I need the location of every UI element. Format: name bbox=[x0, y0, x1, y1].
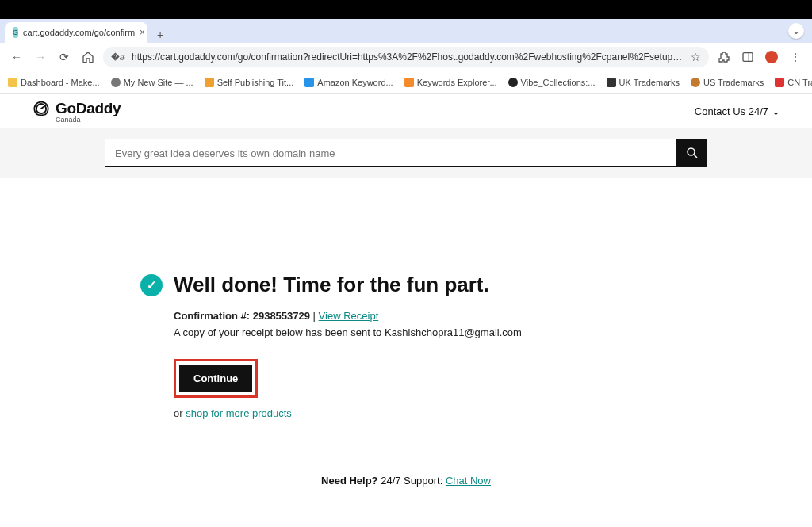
bookmark-item[interactable]: UK Trademarks bbox=[607, 78, 680, 87]
bookmark-item[interactable]: Self Publishing Tit... bbox=[205, 78, 294, 87]
close-icon[interactable]: × bbox=[140, 27, 145, 38]
chat-now-link[interactable]: Chat Now bbox=[446, 475, 491, 487]
tab-favicon: G bbox=[13, 27, 18, 38]
tabs-menu-button[interactable]: ⌄ bbox=[788, 23, 804, 39]
view-receipt-link[interactable]: View Receipt bbox=[319, 310, 379, 322]
receipt-sent-row: A copy of your receipt below has been se… bbox=[174, 327, 672, 338]
extensions-button[interactable] bbox=[715, 48, 733, 66]
confirmation-number-row: Confirmation #: 2938553729 | View Receip… bbox=[174, 310, 672, 322]
svg-point-2 bbox=[688, 148, 695, 155]
tab-title: cart.godaddy.com/go/confirm bbox=[23, 28, 135, 37]
domain-search-section: Every great idea deserves its own domain… bbox=[0, 128, 812, 178]
url-text: https://cart.godaddy.com/go/confirmation… bbox=[132, 52, 684, 63]
bookmark-item[interactable]: Amazon Keyword... bbox=[304, 78, 393, 87]
godaddy-mark-icon bbox=[32, 99, 51, 118]
chevron-down-icon: ⌄ bbox=[772, 105, 780, 117]
shop-more-link[interactable]: shop for more products bbox=[186, 407, 292, 419]
search-button[interactable] bbox=[677, 139, 707, 167]
search-icon bbox=[685, 146, 699, 160]
contact-us-link[interactable]: Contact Us 24/7 ⌄ bbox=[695, 105, 780, 117]
forward-button[interactable]: → bbox=[32, 48, 49, 66]
continue-highlight-box: Continue bbox=[174, 359, 258, 398]
bookmark-item[interactable]: US Trademarks bbox=[691, 78, 764, 87]
os-top-bar bbox=[0, 0, 812, 19]
brand-name: GoDaddy bbox=[56, 100, 121, 117]
bookmark-star-icon[interactable]: ☆ bbox=[691, 51, 701, 63]
bookmark-item[interactable]: Vibe_Collections:... bbox=[508, 78, 596, 87]
site-header: GoDaddy Canada Contact Us 24/7 ⌄ bbox=[0, 94, 812, 128]
need-help-row: Need Help? 24/7 Support: Chat Now bbox=[321, 475, 491, 487]
confirmation-headline: Well done! Time for the fun part. bbox=[174, 273, 489, 297]
url-bar[interactable]: �ச https://cart.godaddy.com/go/confirmat… bbox=[103, 47, 709, 67]
domain-search-input[interactable]: Every great idea deserves its own domain… bbox=[105, 139, 677, 167]
or-shop-row: or shop for more products bbox=[174, 407, 672, 419]
site-controls-icon[interactable]: �ச bbox=[111, 52, 125, 63]
browser-tab-strip: G cart.godaddy.com/go/confirm × + ⌄ bbox=[0, 19, 812, 43]
brand-logo[interactable]: GoDaddy bbox=[32, 99, 121, 118]
bookmark-item[interactable]: CN Trademarks bbox=[775, 78, 812, 87]
kebab-menu-icon[interactable]: ⋮ bbox=[787, 48, 804, 66]
new-tab-button[interactable]: + bbox=[152, 27, 168, 43]
confirmation-content: ✓ Well done! Time for the fun part. Conf… bbox=[0, 178, 812, 487]
success-check-icon: ✓ bbox=[140, 274, 163, 296]
browser-toolbar: ← → ⟳ �ச https://cart.godaddy.com/go/con… bbox=[0, 43, 812, 71]
browser-tab-active[interactable]: G cart.godaddy.com/go/confirm × bbox=[5, 22, 147, 43]
bookmarks-bar: Dashboard - Make... My New Site — ... Se… bbox=[0, 71, 812, 94]
svg-rect-0 bbox=[743, 52, 753, 61]
bookmark-item[interactable]: Dashboard - Make... bbox=[8, 78, 100, 87]
bookmark-item[interactable]: My New Site — ... bbox=[111, 78, 193, 87]
back-button[interactable]: ← bbox=[8, 48, 25, 66]
side-panel-button[interactable] bbox=[739, 48, 756, 66]
reload-button[interactable]: ⟳ bbox=[56, 48, 73, 66]
continue-button[interactable]: Continue bbox=[179, 365, 252, 392]
home-button[interactable] bbox=[79, 48, 97, 66]
bookmark-item[interactable]: Keywords Explorer... bbox=[404, 78, 497, 87]
profile-badge[interactable] bbox=[763, 48, 780, 66]
svg-line-3 bbox=[694, 155, 697, 158]
